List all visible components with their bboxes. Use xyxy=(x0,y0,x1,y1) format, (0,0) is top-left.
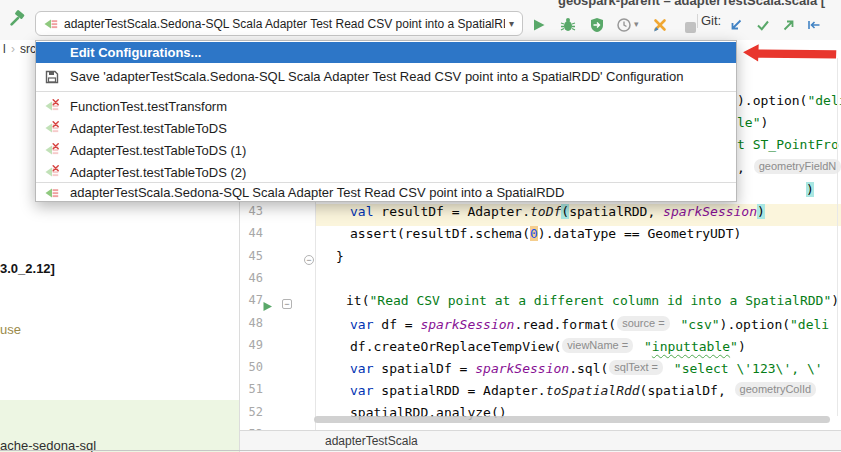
code-token: le" xyxy=(737,115,760,130)
project-tree-fragment[interactable]: 3.0_2.12] xyxy=(0,261,55,276)
line-number: 48 xyxy=(240,316,263,338)
menu-item-label: AdapterTest.testTableToDS (2) xyxy=(70,165,246,180)
menu-item-adapter-test-testtabletods[interactable]: AdapterTest.testTableToDS xyxy=(36,117,736,139)
code-line[interactable]: var spatialDf = sparkSession.sql(sqlText… xyxy=(350,360,823,382)
editor-breadcrumb-bar: adapterTestScala xyxy=(240,430,841,452)
menu-item-label: AdapterTest.testTableToDS (1) xyxy=(70,143,246,158)
code-token: ).option( xyxy=(720,317,790,332)
save-icon xyxy=(45,70,59,84)
line-number: 50 xyxy=(240,360,263,382)
run-anything-button[interactable] xyxy=(651,16,669,34)
breadcrumb-fragment[interactable]: l xyxy=(3,41,6,57)
breadcrumb-chevron-icon: › xyxy=(11,41,15,57)
code-token: sparkSession xyxy=(475,361,569,376)
code-token: " xyxy=(636,339,652,354)
code-token: df.createOrReplaceTempView( xyxy=(350,339,561,354)
line-number: 45 xyxy=(240,249,263,271)
menu-item-adaptertestscala-config[interactable]: adapterTestScala.Sedona-SQL Scala Adapte… xyxy=(36,184,736,201)
menu-item-function-test-testtransform[interactable]: FunctionTest.testTransform xyxy=(36,95,736,117)
code-token: toSpatialRdd xyxy=(546,383,640,398)
code-line[interactable]: val resultDf = Adapter.toDf(spatialRDD, … xyxy=(350,204,765,226)
profiler-caret-icon[interactable]: ▾ xyxy=(634,19,639,29)
test-failed-icon xyxy=(45,99,59,113)
fold-icon[interactable]: − xyxy=(282,299,292,309)
fold-icon[interactable]: − xyxy=(304,255,314,265)
code-token: ).option( xyxy=(737,93,807,108)
code-token: val xyxy=(350,204,381,219)
code-line[interactable]: var df = sparkSession.read.format(source… xyxy=(350,316,829,338)
vertical-scrollbar-track[interactable] xyxy=(837,58,838,416)
code-token: spatialDf = xyxy=(381,361,475,376)
code-token: , xyxy=(737,160,753,175)
code-token: sqlText = xyxy=(609,360,663,375)
window-bottom-border xyxy=(0,450,841,451)
debug-button[interactable] xyxy=(559,16,577,34)
code-line[interactable]: it("Read CSV point at a different column… xyxy=(346,293,839,315)
line-number: 46 xyxy=(240,271,263,293)
run-configuration-combo[interactable]: adapterTestScala.Sedona-SQL Scala Adapte… xyxy=(35,11,523,36)
window-title: geospark-parent – adapterTestScala.scala… xyxy=(558,0,825,8)
code-token: df = xyxy=(381,317,420,332)
code-fragment: ) xyxy=(806,182,841,204)
menu-item-edit-configurations[interactable]: Edit Configurations... xyxy=(36,42,736,63)
test-failed-icon xyxy=(45,121,59,135)
code-token: var xyxy=(350,317,381,332)
git-label: Git: xyxy=(701,13,721,28)
git-push-button[interactable] xyxy=(780,16,798,34)
code-fragment: , geometryFieldN xyxy=(737,159,841,181)
menu-item-label: Save 'adapterTestScala.Sedona-SQL Scala … xyxy=(70,69,683,84)
git-update-button[interactable] xyxy=(727,16,745,34)
code-fragment: le") xyxy=(737,115,841,137)
git-rollback-button[interactable] xyxy=(805,16,823,34)
code-token: ) xyxy=(738,339,746,354)
code-line[interactable]: assert(resultDf.schema(0).dataType == Ge… xyxy=(350,226,741,248)
menu-item-label: adapterTestScala.Sedona-SQL Scala Adapte… xyxy=(70,185,564,200)
build-hammer-icon[interactable] xyxy=(8,10,26,28)
code-token: var xyxy=(350,361,381,376)
menu-item-adapter-test-testtabletods-2[interactable]: AdapterTest.testTableToDS (2) xyxy=(36,161,736,183)
line-number: 52 xyxy=(240,405,263,427)
code-token: .read.format( xyxy=(514,317,616,332)
code-token: sparkSession xyxy=(420,317,514,332)
code-token: spatialRDD = Adapter. xyxy=(381,383,545,398)
code-token: "select \'123\', \' xyxy=(666,361,823,376)
code-token: ) xyxy=(757,204,765,219)
run-line-icon[interactable] xyxy=(262,298,273,309)
code-token: "Read CSV point at a different column id… xyxy=(369,293,831,308)
red-arrow-annotation xyxy=(742,40,839,71)
run-button[interactable] xyxy=(530,16,548,34)
code-token: ) xyxy=(760,115,768,130)
menu-item-label: AdapterTest.testTableToDS xyxy=(70,121,227,136)
menu-separator xyxy=(36,91,736,92)
code-fragment: t ST_PointFro xyxy=(737,137,841,159)
menu-item-adapter-test-testtabletods-1[interactable]: AdapterTest.testTableToDS (1) xyxy=(36,139,736,161)
line-number: 43 xyxy=(240,204,263,226)
run-configuration-label: adapterTestScala.Sedona-SQL Scala Adapte… xyxy=(64,17,505,31)
toolbar-divider xyxy=(697,14,698,28)
code-fragment: ).option("deli xyxy=(737,93,841,115)
chevron-down-icon: ▾ xyxy=(509,18,514,29)
code-token: "csv" xyxy=(673,317,720,332)
code-line[interactable]: df.createOrReplaceTempView(viewName = "i… xyxy=(350,338,746,360)
code-token: resultDf = Adapter. xyxy=(381,204,530,219)
main-toolbar: geospark-parent – adapterTestScala.scala… xyxy=(0,0,841,40)
run-config-menu: Edit Configurations...Save 'adapterTestS… xyxy=(35,40,737,202)
code-token: " xyxy=(730,339,738,354)
project-tree-fragment[interactable]: use xyxy=(0,322,21,337)
editor-breadcrumb-item[interactable]: adapterTestScala xyxy=(325,434,418,448)
menu-item-save-configuration[interactable]: Save 'adapterTestScala.Sedona-SQL Scala … xyxy=(36,64,736,89)
menu-separator xyxy=(36,182,736,183)
git-commit-button[interactable] xyxy=(754,16,772,34)
code-line[interactable]: } xyxy=(336,249,344,271)
breadcrumb-fragment[interactable]: src xyxy=(20,41,36,57)
coverage-button[interactable] xyxy=(588,16,606,34)
code-line[interactable]: var spatialRDD = Adapter.toSpatialRdd(sp… xyxy=(350,382,819,404)
code-token: t ST_PointFro xyxy=(737,137,839,152)
profiler-button[interactable] xyxy=(615,16,633,34)
horizontal-scrollbar[interactable] xyxy=(314,416,830,423)
menu-item-label: FunctionTest.testTransform xyxy=(70,99,227,114)
line-number: 49 xyxy=(240,338,263,360)
code-token: "deli xyxy=(790,317,829,332)
code-token: "deli xyxy=(807,93,841,108)
test-failed-icon xyxy=(45,165,59,179)
